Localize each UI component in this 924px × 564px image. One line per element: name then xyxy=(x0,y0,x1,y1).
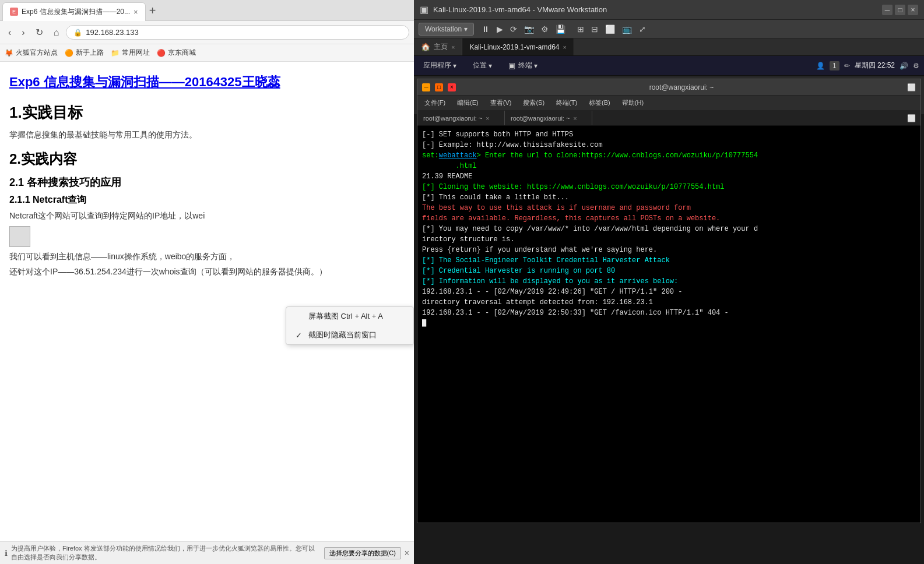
terminal-content[interactable]: [-] SET supports both HTTP and HTTPS [-]… xyxy=(417,126,921,523)
vmware-toolbar: ⏸ ▶ ⟳ 📷 ⚙ 💾 ⊞ ⊟ ⬜ 📺 ⤢ xyxy=(479,23,649,36)
bookmarks-bar: 🦊 火狐官方站点 🟠 新手上路 📁 常用网址 🔴 京东商城 xyxy=(0,44,414,62)
toolbar-btn-3[interactable]: ⟳ xyxy=(507,23,520,36)
vm-tab-close[interactable]: × xyxy=(563,44,567,51)
active-tab[interactable]: E Exp6 信息搜集与漏洞扫描——20... × xyxy=(2,2,146,21)
vmware-close-button[interactable]: × xyxy=(908,5,918,15)
terminal-menu-help[interactable]: 帮助(H) xyxy=(619,97,647,108)
terminal-line-2: [-] Example: http://www.thisisafakesite.… xyxy=(422,140,916,150)
kali-menu-terminal[interactable]: ▣ 终端 ▾ xyxy=(504,58,542,73)
terminal-menu-edit[interactable]: 编辑(E) xyxy=(454,97,482,108)
kali-clock: 星期四 22:52 xyxy=(855,61,895,70)
terminal-window: ─ □ × root@wangxiaorui: ~ ⬜ 文件(F) 编辑(E) … xyxy=(417,79,921,523)
bookmark-item-1[interactable]: 🦊 火狐官方站点 xyxy=(5,48,58,58)
page-title[interactable]: Exp6 信息搜集与漏洞扫描——20164325王晓蕊 xyxy=(9,73,405,91)
workstation-label: Workstation xyxy=(425,25,462,33)
vmware-maximize-button[interactable]: □ xyxy=(895,5,905,15)
toolbar-btn-8[interactable]: ⊟ xyxy=(588,23,601,36)
toolbar-btn-6[interactable]: 💾 xyxy=(553,23,568,36)
terminal-minimize-button[interactable]: ─ xyxy=(422,83,430,91)
vmware-title-text: Kali-Linux-2019.1-vm-amd64 - VMware Work… xyxy=(433,5,877,14)
vmware-title-bar: ▣ Kali-Linux-2019.1-vm-amd64 - VMware Wo… xyxy=(414,0,924,20)
kali-menu-apps[interactable]: 应用程序 ▾ xyxy=(419,58,461,73)
terminal-title: root@wangxiaorui: ~ xyxy=(461,83,902,91)
toolbar-btn-4[interactable]: 📷 xyxy=(521,23,537,36)
section2-1-1-heading: 2.1.1 Netcraft查询 xyxy=(9,194,405,206)
bookmark-icon-4: 🔴 xyxy=(157,49,166,57)
tab-close-button[interactable]: × xyxy=(133,8,138,16)
section2-1-1-text1: Netcraft这个网站可以查询到特定网站的IP地址，以wei xyxy=(9,211,405,221)
toolbar-btn-7[interactable]: ⊞ xyxy=(574,23,587,36)
terminal-tab-2[interactable]: root@wangxiaorui: ~ × xyxy=(505,111,592,125)
check-icon: ✓ xyxy=(296,331,304,340)
home-tab-icon: 🏠 xyxy=(421,43,430,51)
context-menu: 屏幕截图 Ctrl + Alt + A ✓ 截图时隐藏当前窗口 xyxy=(286,306,414,345)
section2-heading: 2.实践内容 xyxy=(9,150,405,168)
terminal-maximize-button[interactable]: □ xyxy=(435,83,443,91)
bookmark-item-3[interactable]: 📁 常用网址 xyxy=(111,48,150,58)
toolbar-btn-2[interactable]: ▶ xyxy=(494,23,506,36)
terminal-tab-2-close[interactable]: × xyxy=(573,115,577,122)
vmware-window: ▣ Kali-Linux-2019.1-vm-amd64 - VMware Wo… xyxy=(414,0,924,564)
address-bar[interactable]: 🔒 192.168.23.133 xyxy=(66,25,409,40)
bookmark-item-4[interactable]: 🔴 京东商城 xyxy=(157,48,196,58)
bookmark-label-4: 京东商城 xyxy=(168,48,196,58)
terminal-line-7: The best way to use this attack is if us… xyxy=(422,203,916,224)
context-menu-item-1[interactable]: 屏幕截图 Ctrl + Alt + A xyxy=(286,307,413,326)
toolbar-btn-5[interactable]: ⚙ xyxy=(538,23,551,36)
bookmark-label-2: 新手上路 xyxy=(76,48,104,58)
lock-icon: 🔒 xyxy=(73,29,82,37)
vm-tab-label: Kali-Linux-2019.1-vm-amd64 xyxy=(469,43,559,51)
bookmark-label-3: 常用网址 xyxy=(122,48,150,58)
status-close-icon[interactable]: × xyxy=(405,548,409,558)
terminal-line-6: [*] This could take a little bit... xyxy=(422,192,916,203)
context-menu-label-2: 截图时隐藏当前窗口 xyxy=(308,330,377,340)
terminal-close-button[interactable]: × xyxy=(448,83,456,91)
terminal-line-5: [*] Cloning the website: https://www.cnb… xyxy=(422,182,916,192)
bookmark-label-1: 火狐官方站点 xyxy=(16,48,58,58)
home-button[interactable]: ⌂ xyxy=(50,25,63,40)
terminal-menu-bar: 文件(F) 编辑(E) 查看(V) 搜索(S) 终端(T) 标签(B) 帮助(H… xyxy=(417,96,921,111)
forward-button[interactable]: › xyxy=(18,25,28,40)
toolbar-btn-9[interactable]: ⬜ xyxy=(602,23,618,36)
share-data-button[interactable]: 选择您要分享的数据(C) xyxy=(324,547,401,559)
vmware-minimize-button[interactable]: ─ xyxy=(882,5,893,15)
terminal-menu-view[interactable]: 查看(V) xyxy=(487,97,515,108)
kali-menu-places[interactable]: 位置 ▾ xyxy=(468,58,497,73)
refresh-button[interactable]: ↻ xyxy=(32,24,47,40)
workstation-menu-button[interactable]: Workstation ▾ xyxy=(419,23,474,36)
address-text: 192.168.23.133 xyxy=(86,28,138,37)
image-placeholder-1 xyxy=(9,226,30,247)
terminal-line-11: [*] Information will be displayed to you… xyxy=(422,276,916,287)
terminal-area: ─ □ × root@wangxiaorui: ~ ⬜ 文件(F) 编辑(E) … xyxy=(414,76,924,564)
kali-icon-sound: 🔊 xyxy=(900,62,908,70)
kali-icon-users: 👤 xyxy=(816,62,825,70)
back-button[interactable]: ‹ xyxy=(5,25,15,40)
toolbar-btn-11[interactable]: ⤢ xyxy=(636,23,649,36)
toolbar-btn-10[interactable]: 📺 xyxy=(619,23,635,36)
terminal-menu-search[interactable]: 搜索(S) xyxy=(519,97,548,108)
terminal-tab-1-label: root@wangxiaorui: ~ xyxy=(423,115,482,122)
context-menu-item-2[interactable]: ✓ 截图时隐藏当前窗口 xyxy=(286,326,413,344)
tab-favicon: E xyxy=(10,8,18,16)
terminal-line-13: 192.168.23.1 - - [02/May/2019 22:50:33] … xyxy=(422,308,916,318)
vmware-window-buttons: ─ □ × xyxy=(882,5,918,15)
pause-button[interactable]: ⏸ xyxy=(479,23,493,36)
terminal-expand-button[interactable]: ⬜ xyxy=(907,83,916,91)
kali-icon-edit: ✏ xyxy=(844,62,850,70)
section2-1-1-text3: 还针对这个IP——36.51.254.234进行一次whois查询（可以看到网站… xyxy=(9,267,405,277)
new-tab-button[interactable]: + xyxy=(149,5,156,16)
bookmark-item-2[interactable]: 🟠 新手上路 xyxy=(65,48,104,58)
terminal-tab-1-close[interactable]: × xyxy=(486,115,489,122)
terminal-menu-file[interactable]: 文件(F) xyxy=(421,97,449,108)
browser-status-bar: ℹ 为提高用户体验，Firefox 将发送部分功能的使用情况给我们，用于进一步优… xyxy=(0,541,414,564)
terminal-line-8: [*] You may need to copy /var/www/* into… xyxy=(422,224,916,255)
tab-home[interactable]: 🏠 主页 × xyxy=(414,38,462,55)
terminal-tab-2-label: root@wangxiaorui: ~ xyxy=(511,115,570,122)
terminal-tab-1[interactable]: root@wangxiaorui: ~ × xyxy=(417,111,505,125)
browser-window: E Exp6 信息搜集与漏洞扫描——20... × + ‹ › ↻ ⌂ 🔒 19… xyxy=(0,0,414,564)
terminal-menu-terminal[interactable]: 终端(T) xyxy=(553,97,581,108)
home-tab-close[interactable]: × xyxy=(451,44,455,51)
terminal-menu-labels[interactable]: 标签(B) xyxy=(585,97,614,108)
terminal-tab-expand[interactable]: ⬜ xyxy=(907,114,916,122)
tab-vm[interactable]: Kali-Linux-2019.1-vm-amd64 × xyxy=(462,38,574,55)
